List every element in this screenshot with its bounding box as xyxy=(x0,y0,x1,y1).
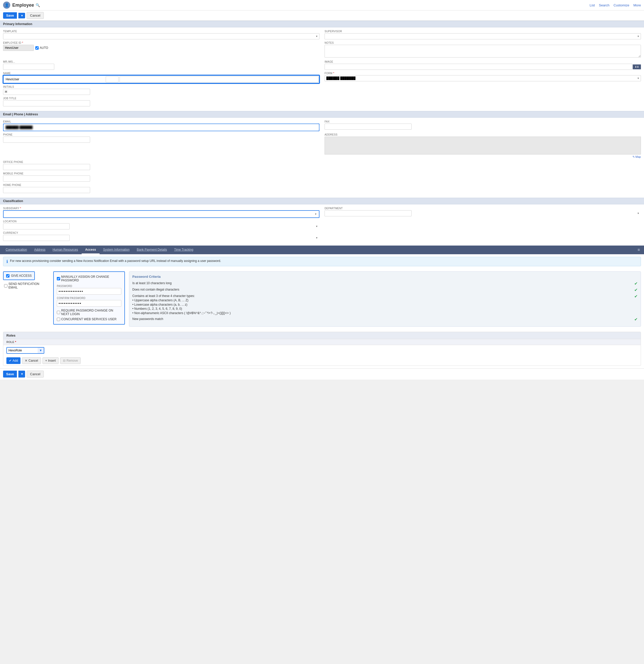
department-select[interactable] xyxy=(325,210,411,216)
criteria-check-1: ✔ xyxy=(634,288,638,292)
name-first-input[interactable] xyxy=(4,77,105,82)
template-supervisor-row: TEMPLATE SUPERVISOR xyxy=(3,30,641,39)
criteria-check-2: ✔ xyxy=(634,294,638,299)
bottom-save-arrow-button[interactable]: ▼ xyxy=(18,371,25,377)
nav-search[interactable]: Search xyxy=(599,3,609,7)
role-input-arrow[interactable]: ▼ xyxy=(38,348,44,353)
password-field-wrapper: PASSWORD xyxy=(57,285,121,295)
tab-system-information[interactable]: System Information xyxy=(100,246,133,254)
address-textarea[interactable] xyxy=(325,137,641,154)
info-banner: ℹ For new access provisioning consider s… xyxy=(3,257,641,266)
notes-label: NOTES xyxy=(325,41,641,44)
initials-label: INITIALS xyxy=(3,85,319,88)
address-col: ADDRESS ✎ Map xyxy=(325,133,641,159)
access-left-col: GIVE ACCESS SEND NOTIFICATION EMAIL xyxy=(3,271,49,289)
office-phone-input[interactable] xyxy=(3,164,90,170)
tabs-menu-icon[interactable]: ≡ xyxy=(636,246,642,254)
currency-label: CURRENCY xyxy=(3,231,319,234)
tab-address[interactable]: Address xyxy=(31,246,49,254)
role-insert-button[interactable]: + Insert xyxy=(42,357,59,364)
manually-assign-checkbox[interactable] xyxy=(57,277,60,280)
initials-input[interactable] xyxy=(3,89,90,95)
tab-communication[interactable]: Communication xyxy=(2,246,31,254)
map-link[interactable]: ✎ Map xyxy=(325,155,641,159)
give-access-checkbox[interactable] xyxy=(6,274,9,277)
currency-col: CURRENCY xyxy=(3,231,319,241)
nav-list[interactable]: List xyxy=(590,3,595,7)
nav-customize[interactable]: Customize xyxy=(613,3,629,7)
concurrent-user-checkbox[interactable] xyxy=(57,318,60,321)
form-select[interactable]: ██████ ███████ xyxy=(325,75,641,81)
tab-access[interactable]: Access xyxy=(82,246,100,254)
image-expand-btn[interactable]: ⬇⬇ xyxy=(633,64,641,69)
role-add-button[interactable]: ✔ Add xyxy=(6,357,20,364)
image-input[interactable]: <Type then tab> xyxy=(325,64,632,70)
add-check-icon: ✔ xyxy=(9,359,12,362)
subsidiary-required-star: * xyxy=(20,207,21,210)
access-mid-col: MANUALLY ASSIGN OR CHANGE PASSWORD PASSW… xyxy=(53,271,125,325)
template-select[interactable] xyxy=(3,33,319,39)
name-mid-input[interactable] xyxy=(106,76,119,82)
mobile-phone-label: MOBILE PHONE xyxy=(3,172,319,175)
mrms-input[interactable] xyxy=(3,64,54,70)
access-tab-content: ℹ For new access provisioning consider s… xyxy=(0,257,644,366)
notes-textarea[interactable] xyxy=(325,45,641,58)
email-input-wrapper xyxy=(3,124,319,131)
empty-col-initials xyxy=(325,85,641,95)
password-input[interactable] xyxy=(57,288,121,295)
employeeid-notes-row: EMPLOYEE ID * AUTO NOTES xyxy=(3,41,641,58)
form-select-col: FORM * ██████ ███████ xyxy=(325,72,641,83)
remove-icon: ⊟ xyxy=(63,359,65,362)
email-input[interactable] xyxy=(4,125,318,130)
phone-input[interactable] xyxy=(3,137,90,143)
save-button[interactable]: Save xyxy=(3,12,17,19)
email-col: EMAIL xyxy=(3,120,319,131)
fax-input[interactable] xyxy=(325,124,411,130)
subsidiary-select[interactable] xyxy=(4,211,318,217)
cancel-button[interactable]: Cancel xyxy=(27,12,43,19)
tab-human-resources[interactable]: Human Resources xyxy=(49,246,81,254)
empty-col-office xyxy=(325,161,641,170)
employee-id-input[interactable] xyxy=(3,45,34,51)
confirm-password-label: CONFIRM PASSWORD xyxy=(57,297,121,299)
page-search-icon[interactable]: 🔍 xyxy=(36,3,40,7)
classification-section: SUBSIDIARY * DEPARTMENT xyxy=(0,204,644,246)
supervisor-select[interactable] xyxy=(325,33,641,39)
role-cancel-button[interactable]: ✕ Cancel xyxy=(22,357,41,364)
mobile-phone-input[interactable] xyxy=(3,175,90,182)
classification-section-header: Classification xyxy=(0,198,644,204)
criteria-text-3: New passwords match xyxy=(132,317,632,321)
page-title-area: Employee 🔍 xyxy=(12,3,40,8)
header-left: 👤 Employee 🔍 xyxy=(3,2,40,9)
tab-time-tracking[interactable]: Time Tracking xyxy=(170,246,197,254)
bottom-save-button[interactable]: Save xyxy=(3,371,17,377)
email-fax-row: EMAIL FAX xyxy=(3,120,641,131)
auto-checkbox[interactable] xyxy=(35,46,39,49)
nav-more[interactable]: More xyxy=(633,3,641,7)
bottom-cancel-button[interactable]: Cancel xyxy=(27,371,43,377)
name-last-input[interactable] xyxy=(120,76,318,82)
jobtitle-input[interactable] xyxy=(3,100,90,106)
send-notification-checkbox[interactable] xyxy=(4,284,7,288)
send-notification-row: SEND NOTIFICATION EMAIL xyxy=(3,282,49,289)
require-change-checkbox[interactable] xyxy=(57,311,60,314)
criteria-item-1: Does not contain illegal characters ✔ xyxy=(132,288,638,292)
roles-header: Roles xyxy=(3,332,641,339)
role-input[interactable] xyxy=(7,348,38,353)
form-select-wrapper: ██████ ███████ xyxy=(325,75,641,81)
roles-table-header: ROLE * xyxy=(3,339,641,345)
currency-select[interactable] xyxy=(3,235,69,241)
role-required-star: * xyxy=(15,340,16,344)
confirm-password-input[interactable] xyxy=(57,300,121,307)
form-required-star: * xyxy=(333,72,334,75)
phone-label: PHONE xyxy=(3,133,319,136)
role-remove-button[interactable]: ⊟ Remove xyxy=(60,357,81,364)
template-label: TEMPLATE xyxy=(3,30,319,33)
save-arrow-button[interactable]: ▼ xyxy=(18,13,25,18)
mobile-phone-col: MOBILE PHONE xyxy=(3,172,319,182)
send-notification-label: SEND NOTIFICATION EMAIL xyxy=(8,282,49,289)
location-select[interactable] xyxy=(3,223,69,229)
concurrent-user-row: CONCURRENT WEB SERVICES USER xyxy=(57,317,121,321)
tab-bank-payment[interactable]: Bank Payment Details xyxy=(133,246,170,254)
home-phone-input[interactable] xyxy=(3,187,90,193)
